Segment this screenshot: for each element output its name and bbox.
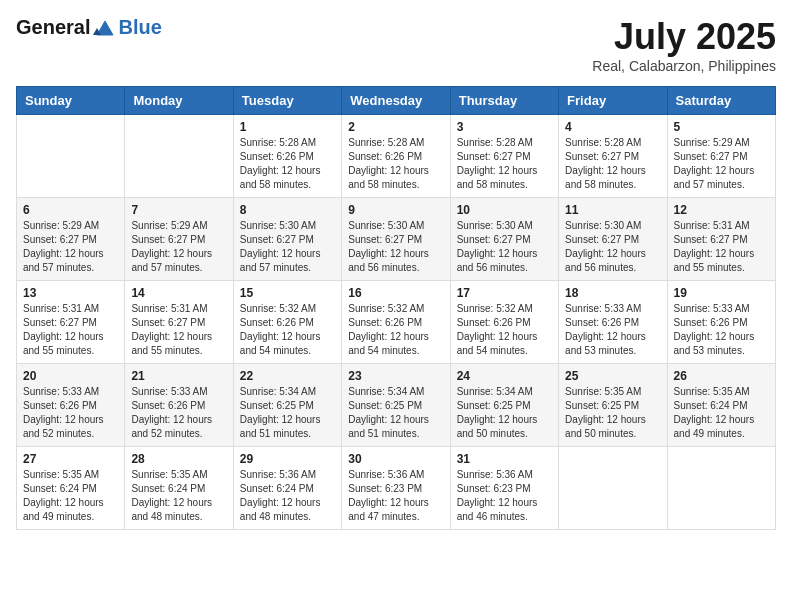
day-number: 1 (240, 120, 335, 134)
day-cell (125, 115, 233, 198)
day-number: 27 (23, 452, 118, 466)
day-cell (667, 447, 775, 530)
day-info: Sunrise: 5:33 AMSunset: 6:26 PMDaylight:… (565, 302, 660, 358)
day-number: 8 (240, 203, 335, 217)
day-info: Sunrise: 5:32 AMSunset: 6:26 PMDaylight:… (240, 302, 335, 358)
day-info: Sunrise: 5:36 AMSunset: 6:23 PMDaylight:… (348, 468, 443, 524)
day-info: Sunrise: 5:30 AMSunset: 6:27 PMDaylight:… (565, 219, 660, 275)
day-number: 30 (348, 452, 443, 466)
day-number: 21 (131, 369, 226, 383)
day-info: Sunrise: 5:28 AMSunset: 6:26 PMDaylight:… (240, 136, 335, 192)
weekday-header-sunday: Sunday (17, 87, 125, 115)
day-cell: 2Sunrise: 5:28 AMSunset: 6:26 PMDaylight… (342, 115, 450, 198)
weekday-header-tuesday: Tuesday (233, 87, 341, 115)
day-number: 13 (23, 286, 118, 300)
day-number: 12 (674, 203, 769, 217)
logo: General Blue (16, 16, 162, 39)
day-number: 15 (240, 286, 335, 300)
weekday-header-saturday: Saturday (667, 87, 775, 115)
day-info: Sunrise: 5:29 AMSunset: 6:27 PMDaylight:… (674, 136, 769, 192)
day-cell: 20Sunrise: 5:33 AMSunset: 6:26 PMDayligh… (17, 364, 125, 447)
day-info: Sunrise: 5:30 AMSunset: 6:27 PMDaylight:… (457, 219, 552, 275)
day-cell: 31Sunrise: 5:36 AMSunset: 6:23 PMDayligh… (450, 447, 558, 530)
day-cell: 12Sunrise: 5:31 AMSunset: 6:27 PMDayligh… (667, 198, 775, 281)
day-number: 9 (348, 203, 443, 217)
day-cell: 15Sunrise: 5:32 AMSunset: 6:26 PMDayligh… (233, 281, 341, 364)
day-number: 28 (131, 452, 226, 466)
day-cell: 9Sunrise: 5:30 AMSunset: 6:27 PMDaylight… (342, 198, 450, 281)
day-cell (559, 447, 667, 530)
week-row-3: 13Sunrise: 5:31 AMSunset: 6:27 PMDayligh… (17, 281, 776, 364)
day-number: 18 (565, 286, 660, 300)
day-number: 3 (457, 120, 552, 134)
weekday-header-wednesday: Wednesday (342, 87, 450, 115)
day-cell: 29Sunrise: 5:36 AMSunset: 6:24 PMDayligh… (233, 447, 341, 530)
day-cell: 3Sunrise: 5:28 AMSunset: 6:27 PMDaylight… (450, 115, 558, 198)
day-info: Sunrise: 5:33 AMSunset: 6:26 PMDaylight:… (131, 385, 226, 441)
logo-blue-text: Blue (118, 16, 161, 39)
day-info: Sunrise: 5:30 AMSunset: 6:27 PMDaylight:… (240, 219, 335, 275)
day-info: Sunrise: 5:31 AMSunset: 6:27 PMDaylight:… (23, 302, 118, 358)
day-number: 2 (348, 120, 443, 134)
month-title: July 2025 (592, 16, 776, 58)
day-info: Sunrise: 5:31 AMSunset: 6:27 PMDaylight:… (131, 302, 226, 358)
day-cell: 17Sunrise: 5:32 AMSunset: 6:26 PMDayligh… (450, 281, 558, 364)
day-info: Sunrise: 5:34 AMSunset: 6:25 PMDaylight:… (240, 385, 335, 441)
day-info: Sunrise: 5:33 AMSunset: 6:26 PMDaylight:… (23, 385, 118, 441)
day-number: 24 (457, 369, 552, 383)
day-info: Sunrise: 5:28 AMSunset: 6:27 PMDaylight:… (457, 136, 552, 192)
day-info: Sunrise: 5:32 AMSunset: 6:26 PMDaylight:… (348, 302, 443, 358)
day-info: Sunrise: 5:35 AMSunset: 6:25 PMDaylight:… (565, 385, 660, 441)
calendar-table: SundayMondayTuesdayWednesdayThursdayFrid… (16, 86, 776, 530)
day-info: Sunrise: 5:35 AMSunset: 6:24 PMDaylight:… (674, 385, 769, 441)
day-cell: 21Sunrise: 5:33 AMSunset: 6:26 PMDayligh… (125, 364, 233, 447)
day-cell: 28Sunrise: 5:35 AMSunset: 6:24 PMDayligh… (125, 447, 233, 530)
day-number: 20 (23, 369, 118, 383)
day-cell: 24Sunrise: 5:34 AMSunset: 6:25 PMDayligh… (450, 364, 558, 447)
day-cell: 30Sunrise: 5:36 AMSunset: 6:23 PMDayligh… (342, 447, 450, 530)
day-number: 6 (23, 203, 118, 217)
day-number: 22 (240, 369, 335, 383)
day-info: Sunrise: 5:36 AMSunset: 6:23 PMDaylight:… (457, 468, 552, 524)
day-info: Sunrise: 5:34 AMSunset: 6:25 PMDaylight:… (457, 385, 552, 441)
page-header: General Blue July 2025 Real, Calabarzon,… (16, 16, 776, 74)
logo-general-text: General (16, 16, 90, 39)
day-cell: 16Sunrise: 5:32 AMSunset: 6:26 PMDayligh… (342, 281, 450, 364)
day-info: Sunrise: 5:34 AMSunset: 6:25 PMDaylight:… (348, 385, 443, 441)
weekday-header-row: SundayMondayTuesdayWednesdayThursdayFrid… (17, 87, 776, 115)
week-row-4: 20Sunrise: 5:33 AMSunset: 6:26 PMDayligh… (17, 364, 776, 447)
day-info: Sunrise: 5:30 AMSunset: 6:27 PMDaylight:… (348, 219, 443, 275)
day-cell: 25Sunrise: 5:35 AMSunset: 6:25 PMDayligh… (559, 364, 667, 447)
location: Real, Calabarzon, Philippines (592, 58, 776, 74)
day-info: Sunrise: 5:31 AMSunset: 6:27 PMDaylight:… (674, 219, 769, 275)
day-info: Sunrise: 5:29 AMSunset: 6:27 PMDaylight:… (131, 219, 226, 275)
day-cell: 13Sunrise: 5:31 AMSunset: 6:27 PMDayligh… (17, 281, 125, 364)
title-section: July 2025 Real, Calabarzon, Philippines (592, 16, 776, 74)
day-number: 14 (131, 286, 226, 300)
day-cell: 26Sunrise: 5:35 AMSunset: 6:24 PMDayligh… (667, 364, 775, 447)
day-cell: 5Sunrise: 5:29 AMSunset: 6:27 PMDaylight… (667, 115, 775, 198)
day-number: 17 (457, 286, 552, 300)
day-info: Sunrise: 5:35 AMSunset: 6:24 PMDaylight:… (23, 468, 118, 524)
day-cell: 11Sunrise: 5:30 AMSunset: 6:27 PMDayligh… (559, 198, 667, 281)
day-cell: 14Sunrise: 5:31 AMSunset: 6:27 PMDayligh… (125, 281, 233, 364)
day-number: 26 (674, 369, 769, 383)
day-cell: 19Sunrise: 5:33 AMSunset: 6:26 PMDayligh… (667, 281, 775, 364)
day-cell: 1Sunrise: 5:28 AMSunset: 6:26 PMDaylight… (233, 115, 341, 198)
day-number: 19 (674, 286, 769, 300)
day-number: 10 (457, 203, 552, 217)
day-cell: 18Sunrise: 5:33 AMSunset: 6:26 PMDayligh… (559, 281, 667, 364)
day-info: Sunrise: 5:32 AMSunset: 6:26 PMDaylight:… (457, 302, 552, 358)
week-row-1: 1Sunrise: 5:28 AMSunset: 6:26 PMDaylight… (17, 115, 776, 198)
weekday-header-friday: Friday (559, 87, 667, 115)
day-cell: 10Sunrise: 5:30 AMSunset: 6:27 PMDayligh… (450, 198, 558, 281)
day-number: 7 (131, 203, 226, 217)
day-number: 5 (674, 120, 769, 134)
day-number: 23 (348, 369, 443, 383)
day-cell: 7Sunrise: 5:29 AMSunset: 6:27 PMDaylight… (125, 198, 233, 281)
logo-icon (93, 19, 115, 37)
week-row-5: 27Sunrise: 5:35 AMSunset: 6:24 PMDayligh… (17, 447, 776, 530)
day-info: Sunrise: 5:35 AMSunset: 6:24 PMDaylight:… (131, 468, 226, 524)
weekday-header-thursday: Thursday (450, 87, 558, 115)
weekday-header-monday: Monday (125, 87, 233, 115)
